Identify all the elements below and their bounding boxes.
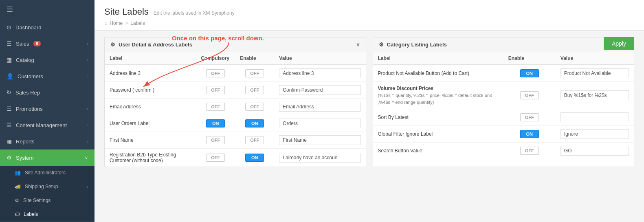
table-row: Email Address OFF OFF bbox=[105, 99, 366, 115]
menu-icon[interactable]: ☰ bbox=[7, 5, 13, 13]
gear-icon: ⚙ bbox=[379, 42, 384, 48]
enable-toggle[interactable]: ON bbox=[520, 69, 539, 77]
promotions-icon: ☰ bbox=[7, 106, 12, 112]
sidebar-item-system[interactable]: ⚙ System ∨ bbox=[0, 149, 95, 166]
value-input[interactable] bbox=[279, 102, 360, 112]
enable-toggle[interactable]: OFF bbox=[520, 91, 539, 99]
panel-collapse-icon[interactable]: ∨ bbox=[356, 42, 360, 48]
cell-value bbox=[274, 149, 365, 167]
cell-enable: OFF bbox=[503, 109, 556, 126]
value-input[interactable] bbox=[560, 68, 629, 78]
cell-label: Email Address bbox=[105, 99, 196, 115]
sidebar-item-customers[interactable]: 👤 Customers ‹ bbox=[0, 68, 95, 84]
customers-icon: 👤 bbox=[7, 73, 13, 79]
value-input[interactable] bbox=[279, 153, 360, 163]
sidebar-header: ☰ bbox=[0, 0, 95, 19]
cell-label: Global Filter Ignore Label bbox=[373, 126, 503, 143]
compulsory-toggle[interactable]: OFF bbox=[206, 86, 225, 94]
catalog-icon: ▦ bbox=[7, 57, 12, 63]
sidebar-item-reports[interactable]: ▦ Reports ‹ bbox=[0, 133, 95, 149]
cell-compulsory: OFF bbox=[196, 82, 235, 99]
sidebar-item-dashboard[interactable]: ⊙ Dashboard bbox=[0, 19, 95, 35]
sidebar-item-promotions[interactable]: ☰ Promotions ‹ bbox=[0, 101, 95, 117]
th-value: Value bbox=[556, 52, 634, 65]
cell-value bbox=[274, 99, 365, 115]
cell-label: Registration B2b Type Existing Customer … bbox=[105, 149, 196, 167]
sidebar-item-label: Promotions bbox=[16, 106, 43, 112]
table-row: Password ( confirm ) OFF OFF bbox=[105, 82, 366, 99]
enable-toggle[interactable]: ON bbox=[520, 130, 539, 138]
table-row: Search Button Value OFF bbox=[373, 143, 634, 159]
chevron-down-icon: ∨ bbox=[85, 155, 88, 160]
page-title: Site Labels bbox=[104, 7, 149, 17]
enable-toggle[interactable]: OFF bbox=[520, 113, 539, 121]
enable-toggle[interactable]: OFF bbox=[245, 103, 264, 111]
breadcrumb-current: Labels bbox=[130, 20, 145, 26]
cell-value bbox=[556, 126, 634, 143]
value-input[interactable] bbox=[560, 129, 629, 139]
cell-value bbox=[556, 109, 634, 126]
sidebar-sub-label: Shipping Setup bbox=[25, 184, 58, 189]
sidebar-item-catalog[interactable]: ▦ Catalog ‹ bbox=[0, 52, 95, 68]
sales-rep-icon: ↻ bbox=[7, 89, 11, 96]
sidebar-item-site-settings[interactable]: ⚙ Site Settings bbox=[0, 193, 95, 207]
enable-toggle[interactable]: OFF bbox=[245, 136, 264, 144]
sidebar-item-label: Reports bbox=[16, 138, 35, 145]
value-input[interactable] bbox=[279, 85, 360, 95]
category-listing-panel-header: ⚙ Category Listing Labels ∨ bbox=[373, 37, 634, 52]
apply-button-container: Apply bbox=[604, 37, 634, 50]
cell-value bbox=[556, 82, 634, 109]
compulsory-toggle[interactable]: OFF bbox=[206, 103, 225, 111]
enable-toggle[interactable]: ON bbox=[245, 154, 264, 162]
category-listing-table: Label Enable Value Product Not Available… bbox=[373, 52, 634, 159]
table-row: User Orders Label ON ON bbox=[105, 115, 366, 132]
enable-toggle[interactable]: ON bbox=[245, 119, 264, 127]
chevron-icon: ‹ bbox=[86, 139, 88, 144]
value-input[interactable] bbox=[279, 68, 360, 78]
compulsory-toggle[interactable]: OFF bbox=[206, 154, 225, 162]
sidebar-item-label: Sales Rep bbox=[15, 90, 40, 96]
cell-value bbox=[556, 143, 634, 159]
sidebar-item-label: Dashboard bbox=[15, 24, 42, 31]
sidebar-item-label: Catalog bbox=[16, 57, 34, 63]
value-input[interactable] bbox=[560, 112, 629, 122]
cell-enable: OFF bbox=[235, 132, 274, 149]
sales-icon: ☰ bbox=[7, 40, 12, 47]
cell-enable: ON bbox=[235, 115, 274, 132]
cell-compulsory: ON bbox=[196, 115, 235, 132]
cell-label: Product Not Available Button (Add to Car… bbox=[373, 65, 503, 82]
cell-value bbox=[556, 65, 634, 82]
th-label: Label bbox=[105, 52, 196, 65]
enable-toggle[interactable]: OFF bbox=[245, 69, 264, 77]
dashboard-icon: ⊙ bbox=[7, 24, 11, 31]
th-compulsory: Compulsory bbox=[196, 52, 235, 65]
compulsory-toggle[interactable]: ON bbox=[206, 119, 225, 127]
sidebar-item-sales[interactable]: ☰ Sales 8 ‹ bbox=[0, 35, 95, 52]
cell-enable: ON bbox=[235, 149, 274, 167]
cell-label: User Orders Label bbox=[105, 115, 196, 132]
cell-label: Password ( confirm ) bbox=[105, 82, 196, 99]
apply-button[interactable]: Apply bbox=[604, 37, 634, 50]
cell-compulsory: OFF bbox=[196, 132, 235, 149]
cell-value bbox=[274, 132, 365, 149]
value-input[interactable] bbox=[279, 135, 360, 145]
table-row: Global Filter Ignore Label ON bbox=[373, 126, 634, 143]
sidebar-sub-label: Site Administrators bbox=[25, 170, 66, 176]
sidebar-item-sales-rep[interactable]: ↻ Sales Rep bbox=[0, 84, 95, 101]
sidebar-item-content-management[interactable]: ☰ Content Management ‹ bbox=[0, 117, 95, 133]
cell-compulsory: OFF bbox=[196, 99, 235, 115]
sidebar-item-labels[interactable]: 🏷 Labels bbox=[0, 207, 95, 221]
breadcrumb-home[interactable]: Home bbox=[110, 20, 123, 26]
value-input[interactable] bbox=[560, 146, 629, 156]
enable-toggle[interactable]: OFF bbox=[520, 147, 539, 155]
value-input[interactable] bbox=[279, 119, 360, 128]
system-icon: ⚙ bbox=[7, 154, 12, 161]
enable-toggle[interactable]: OFF bbox=[245, 86, 264, 94]
compulsory-toggle[interactable]: OFF bbox=[206, 69, 225, 77]
chevron-icon: ‹ bbox=[86, 41, 88, 46]
compulsory-toggle[interactable]: OFF bbox=[206, 136, 225, 144]
sidebar-item-site-administrators[interactable]: 👥 Site Administrators bbox=[0, 166, 95, 180]
value-input[interactable] bbox=[560, 90, 629, 100]
sidebar-item-shipping-setup[interactable]: 🚚 Shipping Setup ‹ bbox=[0, 180, 95, 193]
th-label: Label bbox=[373, 52, 503, 65]
